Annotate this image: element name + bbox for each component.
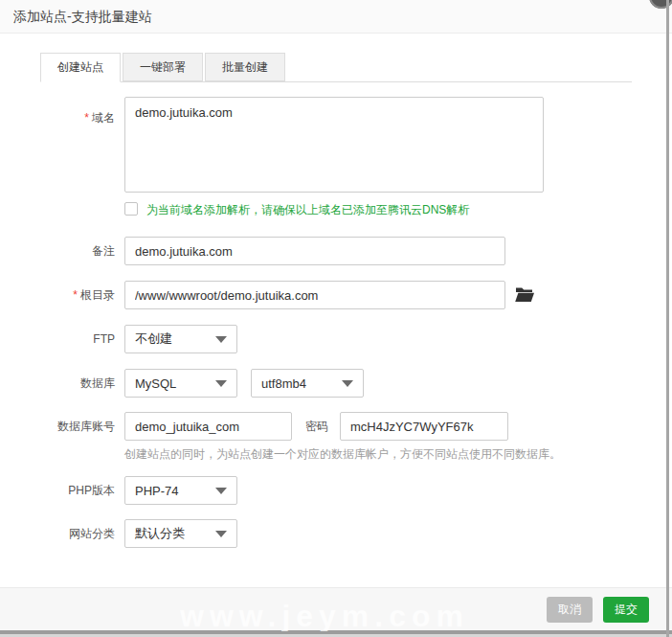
db-password-label: 密码 — [305, 419, 328, 435]
db-hint-text: 创建站点的同时，为站点创建一个对应的数据库帐户，方便不同站点使用不同数据库。 — [124, 446, 561, 462]
dns-checkbox-label: 为当前域名添加解析，请确保以上域名已添加至腾讯云DNS解析 — [146, 202, 469, 217]
required-mark: * — [84, 111, 89, 125]
database-label: 数据库 — [0, 369, 115, 398]
domain-label: *域名 — [0, 103, 115, 132]
db-account-input[interactable] — [124, 412, 292, 441]
add-site-dialog: 添加站点-支持批量建站 创建站点 一键部署 批量创建 *域名 demo.jutu… — [0, 0, 672, 637]
tab-one-click-deploy[interactable]: 一键部署 — [123, 53, 203, 81]
chevron-down-icon — [215, 488, 227, 494]
site-category-label: 网站分类 — [0, 519, 115, 548]
chevron-down-icon — [215, 531, 227, 537]
dns-checkbox[interactable] — [124, 202, 138, 216]
folder-picker-button[interactable] — [515, 287, 534, 303]
dialog-header: 添加站点-支持批量建站 — [0, 0, 672, 34]
root-dir-label: *根目录 — [0, 281, 115, 309]
cancel-button[interactable]: 取消 — [547, 597, 593, 623]
note-label: 备注 — [0, 237, 115, 265]
chevron-down-icon — [342, 380, 353, 387]
database-type-select[interactable]: MySQL — [124, 369, 237, 398]
submit-button[interactable]: 提交 — [603, 597, 649, 623]
root-dir-input[interactable] — [124, 281, 505, 309]
db-account-label: 数据库账号 — [0, 412, 115, 441]
ftp-label: FTP — [0, 325, 115, 353]
required-mark: * — [73, 288, 78, 302]
ftp-select[interactable]: 不创建 — [124, 325, 237, 353]
db-password-input[interactable] — [340, 412, 508, 441]
dialog-title: 添加站点-支持批量建站 — [13, 0, 152, 34]
tab-bar: 创建站点 一键部署 批量创建 — [40, 53, 632, 82]
site-category-select[interactable]: 默认分类 — [124, 519, 237, 548]
php-version-label: PHP版本 — [0, 476, 115, 505]
php-version-select[interactable]: PHP-74 — [124, 476, 237, 505]
chevron-down-icon — [215, 336, 227, 343]
chevron-down-icon — [215, 380, 227, 387]
note-input[interactable] — [124, 237, 505, 265]
folder-icon — [515, 287, 534, 303]
vertical-scrollbar[interactable] — [666, 0, 669, 637]
tab-batch-create[interactable]: 批量创建 — [205, 53, 285, 81]
database-charset-select[interactable]: utf8mb4 — [251, 369, 364, 398]
domain-input[interactable]: demo.jutuika.com — [124, 97, 544, 193]
tab-create-site[interactable]: 创建站点 — [40, 53, 121, 82]
dialog-footer: 取消 提交 — [0, 587, 672, 630]
